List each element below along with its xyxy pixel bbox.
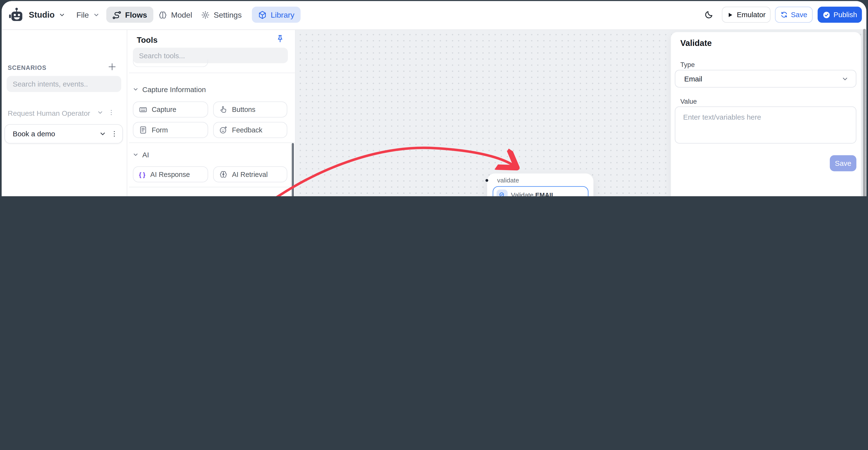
step-prefix: Validate xyxy=(511,192,533,196)
panel-title: Validate xyxy=(680,38,712,48)
divider xyxy=(129,73,295,73)
scenarios-title: SCENARIOS xyxy=(8,64,46,71)
keyboard-icon xyxy=(139,105,147,114)
chevron-down-icon xyxy=(58,11,65,18)
tool-buttons[interactable]: Buttons xyxy=(213,102,287,118)
flow-node-validate[interactable]: validate Validate EMAIL Su xyxy=(487,173,593,196)
section-logic[interactable]: Logic xyxy=(133,195,159,196)
divider xyxy=(129,142,295,143)
tool-label: Feedback xyxy=(232,126,262,134)
node-title: validate xyxy=(497,177,519,184)
chevron-down-icon xyxy=(93,11,99,18)
emulator-label: Emulator xyxy=(737,11,766,19)
validate-config-panel: Validate Type Email Value Save xyxy=(670,32,861,196)
tool-label: AI Retrieval xyxy=(232,170,268,178)
tool-form[interactable]: Form xyxy=(133,122,208,138)
step-type: EMAIL xyxy=(535,192,555,196)
tools-scrollbar[interactable] xyxy=(292,143,294,196)
theme-toggle-moon-icon[interactable] xyxy=(704,10,714,19)
validate-step-header: Validate EMAIL xyxy=(497,190,555,196)
type-select[interactable]: Email xyxy=(675,70,857,87)
tab-flows[interactable]: Flows xyxy=(106,7,153,23)
emulator-button[interactable]: Emulator xyxy=(722,7,771,23)
tab-flows-label: Flows xyxy=(125,10,147,19)
tool-label: Capture xyxy=(152,106,176,113)
chevron-down-icon[interactable] xyxy=(99,130,106,138)
save-flow-label: Save xyxy=(791,11,807,19)
sync-icon xyxy=(780,11,787,18)
tool-ai-retrieval[interactable]: AI Retrieval xyxy=(213,166,287,182)
menu-file[interactable]: File xyxy=(76,7,99,23)
tools-title: Tools xyxy=(136,35,157,45)
smiley-plus-icon xyxy=(219,126,227,134)
tool-feedback[interactable]: Feedback xyxy=(213,122,287,138)
add-scenario-button[interactable] xyxy=(108,63,116,71)
play-icon xyxy=(727,11,734,18)
node-input-port[interactable] xyxy=(486,179,488,182)
scenario-item-request-human-operator[interactable]: Request Human Operator xyxy=(8,108,119,118)
pushpin-icon[interactable] xyxy=(276,34,285,43)
flows-icon xyxy=(113,10,121,19)
divider xyxy=(129,187,295,187)
tool-ai-response[interactable]: { } AI Response xyxy=(133,166,208,182)
brand-label: Studio xyxy=(29,10,55,19)
scenarios-search-input[interactable] xyxy=(7,76,121,92)
pointer-hand-icon xyxy=(219,105,227,114)
publish-button[interactable]: Publish xyxy=(817,7,862,23)
robot-logo-icon xyxy=(8,6,25,23)
check-circle-icon xyxy=(823,11,830,19)
tool-capture[interactable]: Capture xyxy=(133,102,208,118)
validate-step-label: Validate EMAIL xyxy=(511,192,555,196)
publish-label: Publish xyxy=(834,11,857,19)
scenario-label: Request Human Operator xyxy=(8,109,90,117)
braces-icon: { } xyxy=(139,171,146,178)
tool-label: Buttons xyxy=(232,106,255,113)
scenarios-sidebar: SCENARIOS Request Human Operator xyxy=(2,29,127,196)
scenario-item-book-a-demo[interactable]: Book a demo xyxy=(4,124,123,144)
type-label: Type xyxy=(680,61,695,68)
search-check-icon xyxy=(497,190,507,196)
tab-library-label: Library xyxy=(271,10,294,19)
tool-label: AI Response xyxy=(150,170,190,178)
value-label: Value xyxy=(680,97,697,105)
tab-settings[interactable]: Settings xyxy=(201,7,242,23)
window-scrollbar[interactable] xyxy=(863,29,866,196)
save-flow-button[interactable]: Save xyxy=(775,7,813,23)
kebab-menu-icon[interactable] xyxy=(108,109,115,116)
tab-model-label: Model xyxy=(171,10,192,19)
type-select-value: Email xyxy=(684,75,703,83)
value-input[interactable] xyxy=(675,106,857,144)
section-ai[interactable]: AI xyxy=(133,150,149,159)
cube-icon xyxy=(258,10,267,19)
topbar: Studio File Flows Model Setti xyxy=(2,1,866,30)
brain-dot-icon xyxy=(219,170,227,178)
kebab-menu-icon[interactable] xyxy=(111,130,118,138)
scenario-label: Book a demo xyxy=(13,130,55,138)
gear-icon xyxy=(201,10,210,19)
app-window: validate Validate EMAIL Su xyxy=(2,1,866,196)
chevron-down-icon xyxy=(133,152,138,157)
validate-block[interactable]: Validate EMAIL Success xyxy=(493,186,588,196)
section-label: Capture Information xyxy=(142,85,206,93)
partially-scrolled-tool[interactable] xyxy=(133,59,208,67)
brand-menu[interactable]: Studio xyxy=(8,7,65,23)
chevron-down-icon xyxy=(841,75,849,82)
section-capture-information[interactable]: Capture Information xyxy=(133,85,206,94)
brain-icon xyxy=(158,10,167,19)
save-button[interactable]: Save xyxy=(830,155,857,171)
tab-library[interactable]: Library xyxy=(252,7,300,23)
tab-settings-label: Settings xyxy=(214,10,242,19)
menu-file-label: File xyxy=(76,10,89,19)
chevron-down-icon xyxy=(133,86,138,92)
form-icon xyxy=(139,126,147,134)
tool-label: Form xyxy=(152,126,168,134)
tab-model[interactable]: Model xyxy=(158,7,192,23)
chevron-down-icon[interactable] xyxy=(97,109,103,116)
section-label: Logic xyxy=(142,195,159,196)
screenshot-root: validate Validate EMAIL Su xyxy=(0,0,868,196)
section-label: AI xyxy=(142,150,149,159)
